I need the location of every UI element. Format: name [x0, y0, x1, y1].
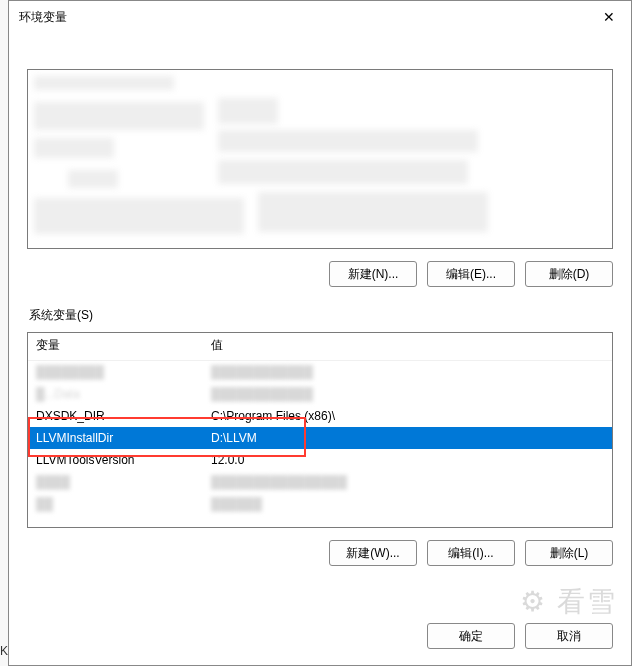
- cell-value: D:\LLVM: [211, 429, 604, 447]
- system-delete-button[interactable]: 删除(L): [525, 540, 613, 566]
- system-variables-section: 系统变量(S) 变量 值 ████████ ████████████ █...D…: [27, 307, 613, 566]
- environment-variables-dialog: 环境变量 ✕ 新建(N)... 编辑(E)... 删除(D): [8, 0, 632, 666]
- user-edit-button[interactable]: 编辑(E)...: [427, 261, 515, 287]
- table-row[interactable]: LLVMToolsVersion 12.0.0: [28, 449, 612, 471]
- user-variables-listbox[interactable]: [27, 69, 613, 249]
- table-row[interactable]: █...Data ████████████: [28, 383, 612, 405]
- user-variables-section: 新建(N)... 编辑(E)... 删除(D): [27, 69, 613, 287]
- cell-variable: DXSDK_DIR: [36, 407, 211, 425]
- close-icon: ✕: [603, 9, 615, 25]
- dialog-title: 环境变量: [19, 9, 67, 26]
- user-delete-button[interactable]: 删除(D): [525, 261, 613, 287]
- titlebar: 环境变量 ✕: [9, 1, 631, 33]
- system-variables-label: 系统变量(S): [29, 307, 613, 324]
- header-value[interactable]: 值: [211, 337, 604, 354]
- table-row[interactable]: DXSDK_DIR C:\Program Files (x86)\: [28, 405, 612, 427]
- table-row[interactable]: ██ ██████: [28, 493, 612, 515]
- background-fragment: K: [0, 644, 8, 658]
- system-new-button[interactable]: 新建(W)...: [329, 540, 417, 566]
- ok-button[interactable]: 确定: [427, 623, 515, 649]
- table-row[interactable]: ████ ████████████████: [28, 471, 612, 493]
- table-row[interactable]: ████████ ████████████: [28, 361, 612, 383]
- cell-value: 12.0.0: [211, 451, 604, 469]
- cell-variable: LLVMInstallDir: [36, 429, 211, 447]
- list-header: 变量 值: [28, 333, 612, 361]
- close-button[interactable]: ✕: [586, 2, 631, 32]
- table-row[interactable]: LLVMInstallDir D:\LLVM: [28, 427, 612, 449]
- system-variables-listbox[interactable]: 变量 值 ████████ ████████████ █...Data ████…: [27, 332, 613, 528]
- cell-variable: LLVMToolsVersion: [36, 451, 211, 469]
- header-variable[interactable]: 变量: [36, 337, 211, 354]
- cell-value: C:\Program Files (x86)\: [211, 407, 604, 425]
- user-new-button[interactable]: 新建(N)...: [329, 261, 417, 287]
- cancel-button[interactable]: 取消: [525, 623, 613, 649]
- system-edit-button[interactable]: 编辑(I)...: [427, 540, 515, 566]
